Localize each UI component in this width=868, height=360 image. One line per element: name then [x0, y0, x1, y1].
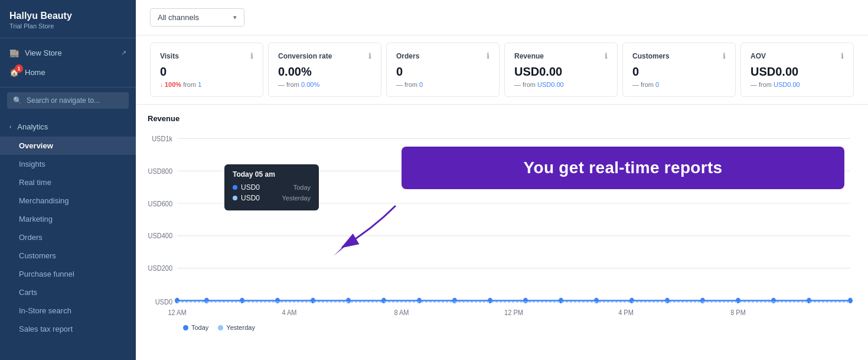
svg-point-15 — [240, 298, 244, 303]
revenue-from-value: USD0.00 — [537, 81, 564, 88]
visits-label: Visits — [160, 52, 179, 60]
stat-card-visits: Visits ℹ 0 ↓ 100% from 1 — [150, 43, 263, 97]
stat-card-orders: Orders ℹ 0 — from 0 — [386, 43, 500, 97]
svg-point-31 — [807, 298, 811, 303]
tooltip-yesterday-dot — [233, 196, 237, 200]
tooltip-yesterday-label: USD0 — [233, 194, 260, 202]
sidebar-item-carts[interactable]: Carts — [0, 283, 136, 301]
orders-from-text: from — [404, 81, 417, 88]
svg-point-18 — [346, 298, 351, 303]
svg-text:USD1k: USD1k — [152, 134, 172, 143]
sidebar-item-in-store-search[interactable]: In-Store search — [0, 301, 136, 320]
visits-down-arrow-icon: ↓ — [160, 82, 163, 88]
revenue-from-dash: — — [514, 81, 521, 88]
search-icon: 🔍 — [13, 96, 22, 105]
chevron-left-icon: ‹ — [9, 124, 11, 130]
stats-row: Visits ℹ 0 ↓ 100% from 1 Conversion rate… — [136, 35, 868, 105]
stat-card-customers-header: Customers ℹ — [632, 51, 726, 60]
svg-point-20 — [417, 298, 422, 303]
customers-change: — from 0 — [632, 81, 726, 88]
revenue-info-icon[interactable]: ℹ — [605, 51, 608, 60]
tooltip-today-label: USD0 — [233, 183, 260, 192]
orders-value: 0 — [396, 65, 490, 79]
conversion-info-icon[interactable]: ℹ — [368, 51, 371, 60]
svg-text:12 PM: 12 PM — [504, 308, 523, 317]
overview-label: Overview — [19, 141, 53, 150]
orders-change: — from 0 — [396, 81, 490, 88]
stat-card-aov: AOV ℹ USD0.00 — from USD0.00 — [740, 43, 854, 97]
aov-label: AOV — [750, 52, 766, 60]
aov-value: USD0.00 — [750, 65, 844, 79]
search-placeholder-text: Search or navigate to... — [27, 96, 100, 105]
tooltip-time: Today 05 am — [233, 170, 311, 179]
svg-point-30 — [771, 298, 776, 303]
chart-title: Revenue — [148, 114, 856, 123]
carts-label: Carts — [19, 288, 37, 297]
sidebar-item-purchase-funnel[interactable]: Purchase funnel — [0, 265, 136, 283]
tooltip-row-today: USD0 Today — [233, 183, 311, 192]
sidebar-item-merchandising[interactable]: Merchandising — [0, 192, 136, 210]
search-bar[interactable]: 🔍 Search or navigate to... — [7, 92, 129, 109]
customers-info-icon[interactable]: ℹ — [723, 51, 726, 60]
view-store-link[interactable]: 🏬 View Store ↗ — [0, 43, 136, 63]
svg-point-24 — [559, 298, 563, 303]
tooltip-row-yesterday: USD0 Yesterday — [233, 194, 311, 202]
sidebar-item-marketing[interactable]: Marketing — [0, 210, 136, 228]
svg-point-28 — [700, 298, 705, 303]
home-link[interactable]: 🏠 1 Home — [0, 63, 136, 82]
sidebar-item-customers[interactable]: Customers — [0, 247, 136, 265]
topbar: All channels ▾ — [136, 0, 868, 35]
aov-from-text: from — [759, 81, 772, 88]
svg-text:USD600: USD600 — [148, 199, 172, 208]
conversion-from-text: from — [286, 81, 299, 88]
store-icon: 🏬 — [9, 48, 19, 57]
svg-point-25 — [594, 298, 599, 303]
legend-today-label: Today — [191, 324, 208, 331]
sidebar-item-orders[interactable]: Orders — [0, 228, 136, 247]
svg-text:USD800: USD800 — [148, 167, 172, 176]
merchandising-label: Merchandising — [19, 196, 69, 205]
revenue-change: — from USD0.00 — [514, 81, 608, 88]
chart-tooltip: Today 05 am USD0 Today USD0 Yesterday — [224, 164, 319, 210]
analytics-nav-header[interactable]: ‹ Analytics — [0, 117, 136, 137]
conversion-change: — from 0.00% — [278, 81, 371, 88]
legend-today-dot — [183, 325, 188, 330]
promo-overlay: You get real-time reports — [402, 147, 844, 189]
tooltip-today-dot — [233, 185, 237, 190]
visits-from-value: 1 — [198, 81, 201, 88]
visits-change: ↓ 100% from 1 — [160, 81, 253, 88]
svg-text:12 AM: 12 AM — [168, 308, 186, 317]
sidebar-item-realtime[interactable]: Real time — [0, 173, 136, 192]
orders-info-icon[interactable]: ℹ — [487, 51, 490, 60]
analytics-header-label: Analytics — [17, 122, 48, 131]
svg-point-29 — [736, 298, 740, 303]
promo-text: You get real-time reports — [425, 158, 821, 177]
channel-select[interactable]: All channels ▾ — [150, 8, 244, 27]
revenue-from-text: from — [523, 81, 536, 88]
realtime-label: Real time — [19, 178, 51, 187]
chart-area: Revenue USD1k USD800 USD600 USD400 USD20… — [136, 105, 868, 360]
marketing-label: Marketing — [19, 215, 53, 223]
customers-label: Customers — [19, 251, 56, 260]
svg-point-19 — [381, 298, 386, 303]
sidebar-item-sales-tax-report[interactable]: Sales tax report — [0, 320, 136, 338]
conversion-from-value: 0.00% — [301, 81, 319, 88]
svg-text:8 PM: 8 PM — [730, 308, 746, 317]
stat-card-revenue-header: Revenue ℹ — [514, 51, 608, 60]
chart-container: USD1k USD800 USD600 USD400 USD200 USD0 — [148, 129, 856, 336]
in-store-search-label: In-Store search — [19, 306, 71, 315]
orders-from-dash: — — [396, 81, 403, 88]
sidebar-item-insights[interactable]: Insights — [0, 155, 136, 173]
customers-from-value: 0 — [655, 81, 659, 88]
insights-label: Insights — [19, 160, 45, 168]
aov-info-icon[interactable]: ℹ — [841, 51, 844, 60]
svg-point-27 — [665, 298, 670, 303]
sidebar-top-links: 🏬 View Store ↗ 🏠 1 Home — [0, 38, 136, 87]
legend-yesterday: Yesterday — [218, 324, 255, 331]
sidebar-item-overview[interactable]: Overview — [0, 137, 136, 155]
view-store-label: View Store — [25, 48, 62, 57]
visits-info-icon[interactable]: ℹ — [250, 51, 253, 60]
legend-yesterday-dot — [218, 325, 223, 330]
orders-stat-label: Orders — [396, 52, 419, 60]
legend-today: Today — [183, 324, 208, 331]
